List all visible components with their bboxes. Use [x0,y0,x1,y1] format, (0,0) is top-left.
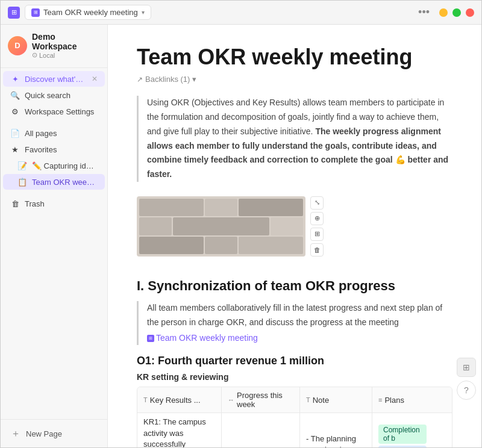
th-plans-icon: ≡ [378,396,382,403]
obj1-heading: O1: Fourth quarter revenue 1 million [137,355,452,367]
th-progress: ↔ Progress this week [222,387,300,412]
discover-close-icon[interactable]: ✕ [92,75,98,83]
sidebar-nav: ✦ Discover what's new! ✕ 🔍 Quick search … [1,68,107,419]
all-pages-label: All pages [25,129,98,138]
tab-title: Team OKR weekly meeting [43,8,138,17]
tab-chevron-icon: ▾ [142,9,145,16]
backlinks-label: Backlinks (1) [145,75,190,84]
capturing-label: ✏️ Capturing ideas with AF... [32,161,98,170]
floating-buttons: ⊞ ? [457,358,476,400]
th-progress-icon: ↔ [228,396,234,403]
image-tool-1[interactable]: ⤡ [310,196,324,210]
backlinks-arrow-icon: ↗ [137,75,143,84]
quick-search-label: Quick search [25,91,98,100]
sidebar-item-settings[interactable]: ⚙ Workspace Settings [3,104,105,119]
more-options-icon[interactable]: ••• [418,6,430,19]
image-toolbar: ⤡ ⊕ ⊞ 🗑 [310,196,324,257]
main-layout: D Demo Workspace ⊙ Local ✦ Discover what… [1,25,481,447]
minimize-button[interactable] [439,8,448,17]
workspace-info: D Demo Workspace ⊙ Local [8,32,100,59]
section1-desc: All team members collaboratively fill in… [147,303,442,327]
pages-icon: 📄 [10,128,20,138]
maximize-button[interactable] [452,8,461,17]
new-page-label: New Page [26,429,62,438]
th-kr-icon: T [143,396,148,403]
gear-icon: ⚙ [10,107,20,116]
image-container: ⤡ ⊕ ⊞ 🗑 [137,196,305,257]
ref-link-label: Team OKR weekly meeting [156,331,258,346]
active-tab[interactable]: ⊞ Team OKR weekly meeting ▾ [25,5,151,20]
grid-view-button[interactable]: ⊞ [457,358,476,377]
plus-icon: ＋ [10,428,21,439]
workspace-name: Demo Workspace [32,32,100,51]
kr1-text: KR1: The campus activity was successfull… [143,417,215,447]
sidebar-toggle-icon[interactable]: ⊞ [8,7,20,19]
app-window: ⊞ ⊞ Team OKR weekly meeting ▾ ••• D [0,0,482,448]
sidebar-item-search[interactable]: 🔍 Quick search [3,87,105,103]
kr1-tags: Completion of b Started piloting Need ap… [378,425,427,447]
image-tool-2[interactable]: ⊕ [310,212,324,225]
sidebar: D Demo Workspace ⊙ Local ✦ Discover what… [1,25,108,447]
kr1-cell: KR1: The campus activity was successfull… [137,413,222,447]
trash-icon: 🗑 [10,199,20,208]
local-label: Local [39,52,55,59]
search-icon: 🔍 [10,90,20,100]
favorites-label: Favorites [25,145,98,154]
th-plans-label: Plans [384,396,404,405]
close-button[interactable] [466,8,474,17]
titlebar-left: ⊞ ⊞ Team OKR weekly meeting ▾ [8,5,151,20]
intro-quote-block: Using OKR (Objectives and Key Results) a… [137,96,452,182]
capturing-icon: 📝 [17,161,27,170]
th-key-results: T Key Results ... [137,387,222,412]
ref-icon: ⊞ [147,335,154,342]
backlinks-chevron-icon: ▾ [192,75,196,84]
tag-started: Started piloting [378,446,427,447]
section1-heading: I. Synchronization of team OKR progress [137,278,452,294]
page-image [137,196,305,257]
page-title: Team OKR weekly meeting [137,44,452,70]
image-tool-delete[interactable]: 🗑 [310,243,324,257]
th-note-icon: T [306,396,310,403]
help-button[interactable]: ? [457,381,476,400]
avatar-initial: D [14,41,20,50]
avatar: D [8,36,27,55]
sidebar-item-trash[interactable]: 🗑 Trash [3,196,105,211]
backlinks[interactable]: ↗ Backlinks (1) ▾ [137,75,452,84]
tab-page-icon: ⊞ [31,8,40,17]
ref-link[interactable]: ⊞ Team OKR weekly meeting [147,331,258,346]
image-tool-3[interactable]: ⊞ [310,228,324,241]
workspace-local: ⊙ Local [32,51,100,59]
new-page-button[interactable]: ＋ New Page [5,425,102,443]
table-header: T Key Results ... ↔ Progress this week T… [137,387,452,413]
kr1-note-text: - The planning case has been reviewed, s… [306,434,366,447]
sidebar-item-team-okr[interactable]: 📋 Team OKR weekly meeting [3,174,105,190]
titlebar-tabs: ⊞ Team OKR weekly meeting ▾ [25,5,151,20]
sidebar-item-all-pages[interactable]: 📄 All pages [3,125,105,141]
titlebar-right: ••• [418,6,474,19]
workspace-details: Demo Workspace ⊙ Local [32,32,100,59]
th-progress-label: Progress this week [237,391,293,409]
th-note: T Note [300,387,372,412]
kr-table: T Key Results ... ↔ Progress this week T… [137,387,452,447]
sidebar-item-capturing[interactable]: 📝 ✏️ Capturing ideas with AF... [3,158,105,173]
main-content: Team OKR weekly meeting ↗ Backlinks (1) … [108,25,481,447]
tag-completion: Completion of b [378,425,427,444]
star-fav-icon: ★ [10,145,20,154]
sidebar-footer: ＋ New Page [1,419,107,447]
titlebar: ⊞ ⊞ Team OKR weekly meeting ▾ ••• [1,1,481,25]
sidebar-item-discover[interactable]: ✦ Discover what's new! ✕ [3,71,105,87]
trash-label: Trash [25,199,98,208]
th-plans: ≡ Plans [372,387,433,412]
sidebar-item-favorites[interactable]: ★ Favorites [3,142,105,157]
kr1-note-cell: - The planning case has been reviewed, s… [300,413,372,447]
workspace-settings-label: Workspace Settings [25,107,98,116]
local-icon: ⊙ [32,51,37,59]
table-row: KR1: The campus activity was successfull… [137,413,452,447]
section1-desc-block: All team members collaboratively fill in… [137,301,452,345]
th-kr-label: Key Results ... [150,396,201,405]
sidebar-header: D Demo Workspace ⊙ Local [1,25,107,68]
team-okr-label: Team OKR weekly meeting [32,178,98,187]
kr1-plans-cell: Completion of b Started piloting Need ap… [372,413,433,447]
team-okr-icon: 📋 [17,177,27,187]
kr1-progress-cell: 77 [222,413,300,447]
